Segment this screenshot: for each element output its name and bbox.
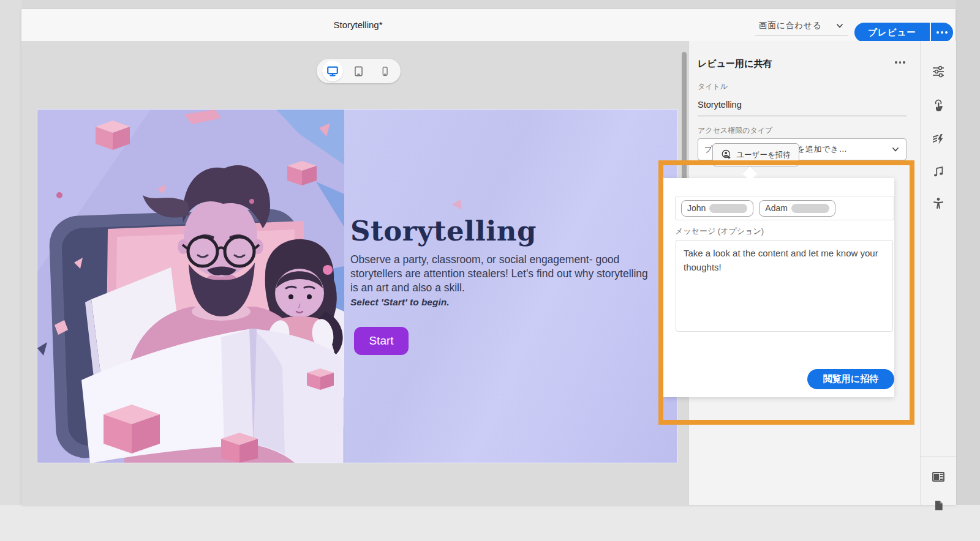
access-type-label: アクセス権限のタイプ [698, 125, 772, 136]
desktop-background-strip [0, 0, 980, 9]
zoom-fit-select[interactable]: 画面に合わせる [755, 17, 848, 36]
desktop-background-strip [956, 0, 980, 505]
accessibility-person-icon[interactable] [929, 195, 948, 213]
widget-panel-icon[interactable] [929, 468, 948, 486]
audio-note-icon[interactable] [929, 163, 948, 181]
person-add-icon [721, 149, 732, 160]
recipient-chip[interactable]: Adam [759, 200, 835, 217]
panel-more-button[interactable] [895, 61, 905, 64]
page-document-icon[interactable] [929, 496, 948, 515]
settings-sliders-icon[interactable] [929, 62, 948, 81]
device-preview-toggle [317, 59, 401, 83]
slide-instruction: Select 'Start' to begin. [350, 297, 450, 308]
message-label: メッセージ (オプション) [675, 226, 764, 237]
animation-trigger-icon[interactable] [929, 130, 948, 148]
topbar: Storytelling* 画面に合わせる プレビュー [21, 9, 956, 42]
more-dots-icon [895, 61, 905, 64]
app-window: Storytelling* 画面に合わせる プレビュー [21, 9, 956, 505]
message-textarea[interactable]: Take a look at the content and let me kn… [676, 240, 893, 332]
confetti-decoration [452, 197, 466, 210]
recipient-name: Adam [765, 203, 788, 213]
device-desktop-button[interactable] [322, 61, 343, 81]
slide[interactable]: Storytelling Observe a party, classroom,… [37, 109, 677, 463]
zoom-fit-label: 画面に合わせる [759, 20, 822, 31]
more-dots-icon [937, 31, 948, 34]
phone-icon [380, 66, 390, 76]
device-phone-button[interactable] [375, 61, 396, 81]
redacted-text [791, 204, 829, 213]
slide-illustration [37, 110, 344, 463]
preview-label: プレビュー [868, 27, 916, 39]
chevron-down-icon [835, 21, 844, 30]
recipient-name: John [687, 203, 706, 213]
panel-title: レビュー用に共有 [698, 58, 772, 70]
invite-popover: John Adam メッセージ (オプション) Take a look at t… [663, 178, 894, 397]
title-field-label: タイトル [698, 81, 728, 92]
canvas: Storytelling Observe a party, classroom,… [21, 41, 688, 505]
chevron-down-icon [891, 145, 900, 154]
interaction-touch-icon[interactable] [929, 97, 948, 115]
invite-users-label: ユーザーを招待 [736, 150, 790, 160]
recipient-chip[interactable]: John [681, 200, 753, 217]
tablet-icon [353, 65, 364, 77]
invite-to-view-button[interactable]: 閲覧用に招待 [807, 369, 894, 389]
recipients-field[interactable]: John Adam [675, 196, 894, 220]
rail-divider [921, 456, 956, 457]
title-input[interactable]: Storytelling [698, 94, 907, 116]
slide-title: Storytelling [350, 215, 537, 247]
redacted-text [709, 204, 747, 213]
screen: Storytelling* 画面に合わせる プレビュー [0, 0, 980, 541]
preview-button[interactable]: プレビュー [854, 23, 930, 42]
desktop-monitor-icon [326, 64, 339, 78]
preview-split-button: プレビュー [854, 23, 953, 42]
start-button[interactable]: Start [354, 327, 409, 355]
device-tablet-button[interactable] [349, 61, 369, 81]
slide-body-text: Observe a party, classroom, or social en… [350, 253, 655, 295]
slide-text-area: Storytelling Observe a party, classroom,… [344, 110, 677, 463]
desktop-background-strip [0, 0, 21, 505]
invite-users-button[interactable]: ユーザーを招待 [712, 143, 799, 166]
preview-more-button[interactable] [931, 23, 953, 42]
right-icon-rail [920, 41, 956, 505]
document-title: Storytelling* [28, 20, 688, 30]
